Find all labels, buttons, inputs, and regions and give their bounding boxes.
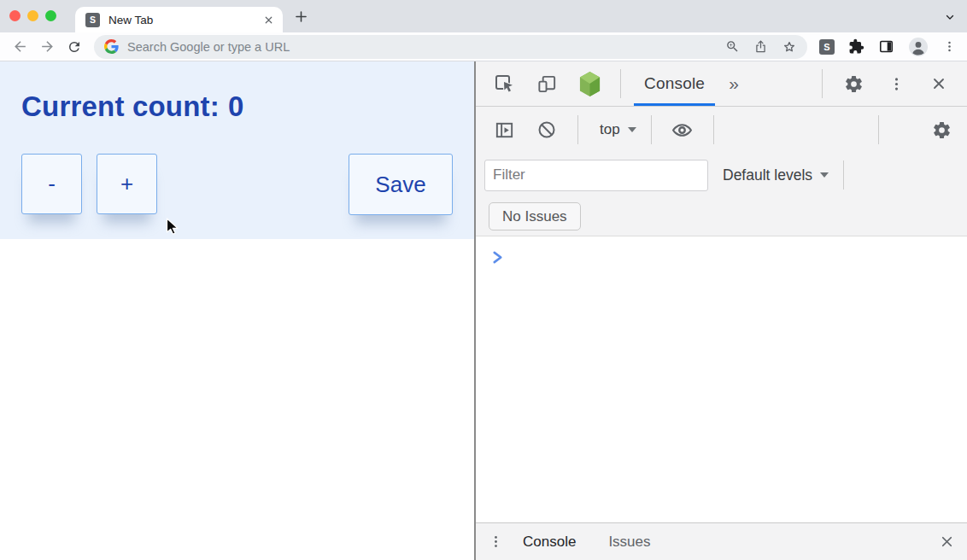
window-minimize-button[interactable]	[27, 10, 38, 21]
back-button[interactable]	[9, 36, 31, 58]
divider	[577, 115, 578, 144]
drawer-menu-kebab-icon[interactable]	[488, 534, 504, 550]
console-output-area[interactable]	[476, 236, 967, 522]
devtools-main-toolbar: Console »	[476, 61, 967, 107]
extensions-puzzle-icon[interactable]	[848, 38, 864, 55]
console-filter-bar: Default levels	[476, 153, 967, 197]
device-toolbar-icon	[536, 73, 558, 95]
back-arrow-icon	[12, 38, 28, 55]
console-prompt-icon	[491, 250, 504, 265]
gear-icon	[932, 120, 952, 140]
profile-avatar[interactable]	[908, 37, 929, 57]
live-expression-button[interactable]	[671, 118, 694, 142]
kebab-menu-icon	[888, 75, 905, 93]
drawer-tab-issues[interactable]: Issues	[608, 534, 650, 551]
divider	[878, 115, 879, 144]
gear-icon	[844, 74, 864, 94]
log-levels-label: Default levels	[723, 166, 812, 184]
console-sidebar-toggle-button[interactable]	[492, 118, 516, 142]
decrement-button[interactable]: -	[21, 154, 82, 214]
reload-icon	[67, 39, 82, 55]
devtools-panel: Console » top	[474, 61, 967, 560]
divider	[822, 69, 823, 98]
omnibox-input[interactable]	[127, 40, 712, 54]
caret-down-icon	[820, 172, 829, 178]
omnibox[interactable]	[94, 35, 807, 59]
device-toolbar-button[interactable]	[535, 72, 559, 96]
window-fullscreen-button[interactable]	[45, 10, 56, 21]
extension-badge[interactable]: S	[819, 39, 835, 55]
browser-toolbar: S	[0, 32, 967, 61]
new-tab-button[interactable]	[293, 9, 309, 25]
page-title: Current count:0	[21, 90, 453, 123]
nodejs-hexagon-icon	[578, 71, 601, 97]
traffic-lights	[9, 10, 56, 21]
divider	[620, 69, 621, 98]
share-icon[interactable]	[753, 39, 768, 54]
count-value: 0	[228, 90, 244, 122]
eye-icon	[671, 120, 693, 141]
inspect-cursor-icon	[493, 73, 515, 95]
console-toolbar: top	[476, 107, 967, 153]
side-panel-icon[interactable]	[878, 38, 894, 55]
devtools-menu-button[interactable]	[884, 72, 908, 96]
console-settings-button[interactable]	[929, 118, 953, 142]
drawer-close-icon[interactable]	[939, 534, 955, 550]
divider	[713, 115, 714, 144]
browser-tab[interactable]: S New Tab	[75, 7, 283, 32]
caret-down-icon	[628, 127, 636, 132]
drawer-tab-console[interactable]: Console	[523, 534, 576, 551]
zoom-in-icon[interactable]	[725, 39, 740, 54]
increment-button[interactable]: +	[97, 154, 157, 214]
tab-favicon: S	[85, 13, 100, 27]
divider	[651, 115, 652, 144]
devtools-drawer: Console Issues	[476, 522, 967, 560]
bookmark-star-icon[interactable]	[782, 39, 797, 55]
devtools-close-button[interactable]	[927, 72, 951, 96]
context-selector-label: top	[600, 121, 620, 138]
google-logo-icon	[104, 39, 119, 54]
devtools-tab-console[interactable]: Console	[630, 61, 718, 106]
inspect-element-button[interactable]	[492, 72, 516, 96]
more-tabs-button[interactable]: »	[729, 73, 739, 94]
issues-bar: No Issues	[476, 197, 967, 236]
page-content: Current count:0 - + Save	[0, 61, 474, 560]
plus-icon	[293, 9, 309, 25]
node-context-button[interactable]	[577, 72, 601, 96]
counter-controls: - + Save	[21, 154, 453, 215]
favicon-letter: S	[90, 15, 96, 25]
tab-title: New Tab	[108, 14, 263, 26]
counter-app-panel: Current count:0 - + Save	[0, 61, 474, 239]
console-filter-input[interactable]	[484, 160, 708, 191]
forward-button[interactable]	[36, 36, 58, 58]
tab-close-icon[interactable]	[263, 15, 274, 26]
devtools-settings-button[interactable]	[841, 72, 865, 96]
save-button[interactable]: Save	[349, 154, 453, 215]
block-icon	[536, 120, 557, 140]
content-area: Current count:0 - + Save	[0, 61, 967, 560]
tab-strip: S New Tab	[0, 0, 967, 32]
context-selector[interactable]: top	[600, 121, 636, 138]
sidebar-toggle-icon	[494, 120, 515, 141]
log-levels-selector[interactable]: Default levels	[723, 166, 829, 184]
browser-window: S New Tab S	[0, 0, 967, 560]
reload-button[interactable]	[63, 36, 85, 58]
tab-search-chevron-icon[interactable]	[944, 11, 956, 23]
close-icon	[930, 75, 947, 92]
divider	[843, 160, 844, 190]
extension-badge-letter: S	[823, 42, 829, 52]
count-label: Current count:	[21, 90, 220, 122]
forward-arrow-icon	[39, 38, 56, 55]
clear-console-button[interactable]	[535, 118, 559, 142]
browser-menu-kebab-icon[interactable]	[942, 39, 957, 54]
window-close-button[interactable]	[9, 10, 21, 21]
no-issues-button[interactable]: No Issues	[489, 202, 581, 230]
